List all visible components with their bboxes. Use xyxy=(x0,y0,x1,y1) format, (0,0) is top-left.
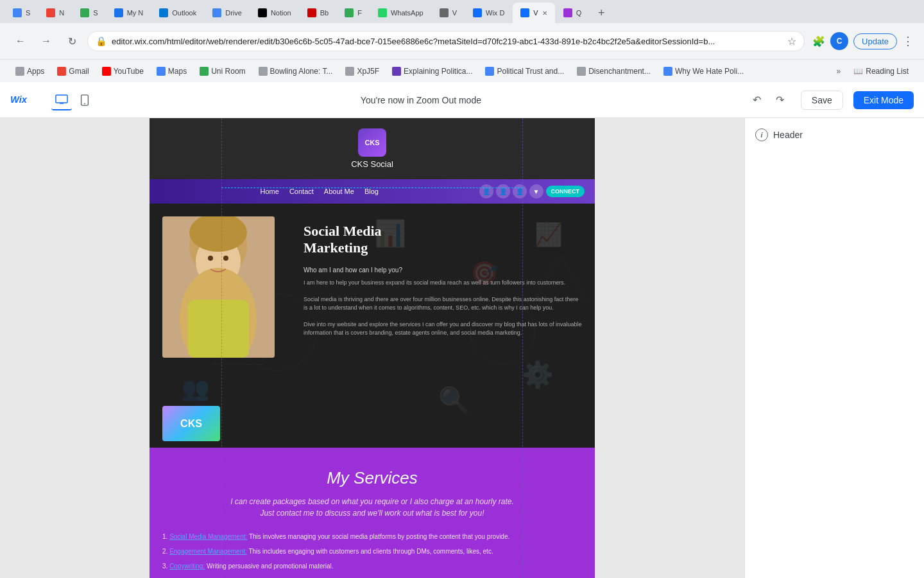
hero-right: Social MediaMarketing Who am I and how c… xyxy=(304,216,582,435)
bookmark-apps[interactable]: Apps xyxy=(10,64,49,78)
canvas-area[interactable]: CKS CKS Social Home Contact About Me Blo… xyxy=(0,118,744,578)
view-toggle xyxy=(51,90,95,110)
site-header-section[interactable]: CKS CKS Social xyxy=(150,118,595,179)
new-tab-button[interactable]: + xyxy=(592,4,610,22)
svg-point-25 xyxy=(223,256,228,261)
tab-7[interactable]: Notion xyxy=(250,3,299,23)
desktop-icon xyxy=(55,94,68,105)
url-bar[interactable]: 🔒 editor.wix.com/html/editor/web/rendere… xyxy=(87,31,805,51)
bookmark-uniroom[interactable]: Uni Room xyxy=(194,64,250,78)
tab-6[interactable]: Drive xyxy=(205,3,250,23)
tab-4[interactable]: My N xyxy=(107,3,151,23)
tab-3[interactable]: S xyxy=(73,3,105,23)
tab-1[interactable]: S xyxy=(5,3,38,23)
service-item-2: 2. Engagement Management: This includes … xyxy=(162,547,582,556)
website-preview: CKS CKS Social Home Contact About Me Blo… xyxy=(150,118,595,578)
browser-chrome: S N S My N Outlook Drive Notion Bb xyxy=(0,0,924,82)
wix-logo[interactable]: Wix xyxy=(10,94,36,107)
bookmark-star-icon[interactable]: ☆ xyxy=(787,35,796,48)
bookmark-disenchantment[interactable]: Disenchantment... xyxy=(572,64,656,78)
update-button[interactable]: Update xyxy=(853,33,897,49)
svg-point-5 xyxy=(84,103,85,104)
undo-redo-controls: ↶ ↷ xyxy=(747,90,791,110)
connect-button[interactable]: CONNECT xyxy=(546,186,585,197)
svg-rect-23 xyxy=(188,300,249,358)
bookmarks-overflow-icon[interactable]: » xyxy=(832,64,846,78)
bookmark-maps[interactable]: Maps xyxy=(151,64,192,78)
service-number-2: 2. xyxy=(162,548,169,555)
reading-list-icon: 📖 xyxy=(853,67,863,76)
service-item-3: 3. Copywriting: Writing persuasive and p… xyxy=(162,561,582,571)
mobile-view-button[interactable] xyxy=(74,90,95,110)
back-button[interactable]: ← xyxy=(10,31,31,51)
tab-label-7: Notion xyxy=(271,9,291,17)
tab-8[interactable]: Bb xyxy=(300,3,336,23)
tab-favicon-10 xyxy=(378,8,387,17)
bookmark-why[interactable]: Why We Hate Poli... xyxy=(658,64,749,78)
tab-5[interactable]: Outlook xyxy=(151,3,204,23)
tab-label-1: S xyxy=(26,9,30,17)
nav-user-icon[interactable]: 👤 xyxy=(513,184,527,198)
wix-editor: Wix You're now in Zoom Out mode ↶ ↷ xyxy=(0,82,924,578)
bookmark-favicon-uniroom xyxy=(200,67,209,76)
extension-puzzle-icon[interactable]: 🧩 xyxy=(810,32,828,50)
tab-11[interactable]: V xyxy=(432,3,465,23)
services-title: My Services xyxy=(162,468,582,488)
service-text-1: This involves managing your social media… xyxy=(249,533,509,540)
service-label-2: Engagement Management: xyxy=(169,548,247,555)
bookmark-label-xpj5f: XpJ5F xyxy=(357,67,379,76)
redo-button[interactable]: ↷ xyxy=(770,90,791,110)
tab-close-icon[interactable]: ✕ xyxy=(542,10,547,17)
bookmark-explaining[interactable]: Explaining Politica... xyxy=(387,64,477,78)
reading-list-button[interactable]: 📖 Reading List xyxy=(848,64,914,78)
nav-contact[interactable]: Contact xyxy=(289,188,314,195)
nav-blog[interactable]: Blog xyxy=(364,188,379,195)
nav-home[interactable]: Home xyxy=(261,188,279,195)
bookmark-favicon-disenchantment xyxy=(577,67,586,76)
tab-label-13: V xyxy=(533,9,538,17)
tab-favicon-12 xyxy=(473,8,482,17)
forward-button[interactable]: → xyxy=(36,31,56,51)
hero-text-2: Social media is thriving and there are o… xyxy=(304,295,582,313)
tab-label-14: Q xyxy=(576,9,582,17)
tab-14[interactable]: Q xyxy=(556,3,590,23)
tab-2[interactable]: N xyxy=(38,3,72,23)
person-photo xyxy=(162,216,275,358)
nav-about[interactable]: About Me xyxy=(324,188,354,195)
cks-badge-text: CKS xyxy=(180,418,202,430)
nav-cart-icon[interactable]: 👤 xyxy=(496,184,510,198)
tab-9[interactable]: F xyxy=(337,3,370,23)
save-button[interactable]: Save xyxy=(801,91,843,110)
bookmark-favicon-why xyxy=(663,67,672,76)
bookmark-xpj5f[interactable]: XpJ5F xyxy=(340,64,384,78)
tab-favicon-2 xyxy=(46,8,55,17)
tab-13-active[interactable]: V ✕ xyxy=(513,3,554,23)
person-silhouette xyxy=(162,216,275,358)
bookmark-favicon-explaining xyxy=(392,67,401,76)
tab-favicon-14 xyxy=(563,8,572,17)
tab-10[interactable]: WhatsApp xyxy=(370,3,431,23)
desktop-view-button[interactable] xyxy=(51,90,72,110)
nav-menu-icon[interactable]: ▼ xyxy=(529,184,543,198)
services-list: 1. Social Media Management: This involve… xyxy=(162,532,582,578)
guide-horizontal xyxy=(221,188,523,188)
reading-list-label: Reading List xyxy=(866,67,909,76)
bookmark-youtube[interactable]: YouTube xyxy=(97,64,149,78)
nav-search-icon[interactable]: 👤 xyxy=(479,184,493,198)
site-name: CKS Social xyxy=(351,159,393,169)
bookmark-label-maps: Maps xyxy=(168,67,187,76)
undo-button[interactable]: ↶ xyxy=(747,90,767,110)
extensions-area: 🧩 C xyxy=(810,32,848,50)
bookmark-political[interactable]: Political Trust and... xyxy=(480,64,569,78)
tab-12[interactable]: Wix D xyxy=(465,3,512,23)
services-subtitle: I can create packages based on what you … xyxy=(162,496,582,519)
exit-mode-button[interactable]: Exit Mode xyxy=(853,91,914,109)
browser-menu-icon[interactable]: ⋮ xyxy=(902,34,914,48)
profile-button[interactable]: C xyxy=(830,32,848,50)
bookmark-gmail[interactable]: Gmail xyxy=(52,64,94,78)
service-number-1: 1. xyxy=(162,533,169,540)
bookmark-bowling[interactable]: Bowling Alone: T... xyxy=(253,64,338,78)
hero-left: CKS xyxy=(162,216,291,435)
wix-toolbar: Wix You're now in Zoom Out mode ↶ ↷ xyxy=(0,82,924,118)
refresh-button[interactable]: ↻ xyxy=(62,31,82,51)
